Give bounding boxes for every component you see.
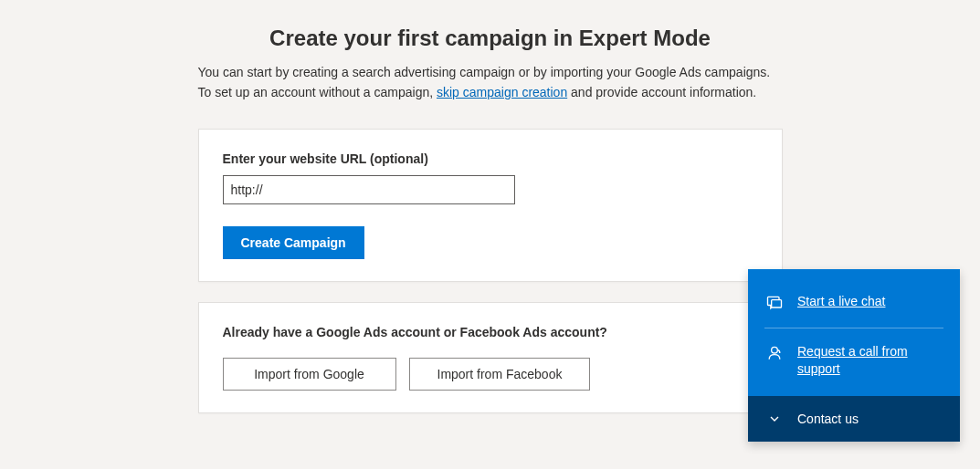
intro-post: and provide account information. (567, 85, 756, 99)
live-chat-row[interactable]: Start a live chat (764, 284, 943, 328)
chevron-down-icon (764, 409, 785, 429)
request-call-row[interactable]: Request a call from support (764, 334, 943, 387)
url-label: Enter your website URL (optional) (223, 151, 758, 166)
svg-rect-1 (772, 300, 782, 307)
chat-icon (764, 293, 785, 313)
import-facebook-button[interactable]: Import from Facebook (409, 358, 591, 391)
svg-point-2 (772, 348, 778, 354)
import-google-button[interactable]: Import from Google (223, 358, 396, 391)
support-panel: Start a live chat Request a call from su… (748, 269, 960, 442)
website-url-input[interactable] (223, 175, 515, 204)
intro-text: You can start by creating a search adver… (198, 62, 783, 103)
skip-campaign-link[interactable]: skip campaign creation (437, 85, 567, 99)
live-chat-link[interactable]: Start a live chat (797, 293, 886, 310)
request-call-link[interactable]: Request a call from support (797, 343, 943, 378)
create-campaign-button[interactable]: Create Campaign (223, 226, 364, 259)
page-title: Create your first campaign in Expert Mod… (198, 26, 783, 51)
import-question: Already have a Google Ads account or Fac… (223, 325, 758, 339)
import-card: Already have a Google Ads account or Fac… (198, 302, 783, 413)
contact-us-label: Contact us (797, 412, 859, 426)
url-card: Enter your website URL (optional) Create… (198, 129, 783, 282)
contact-us-toggle[interactable]: Contact us (748, 396, 960, 442)
headset-icon (764, 343, 785, 363)
